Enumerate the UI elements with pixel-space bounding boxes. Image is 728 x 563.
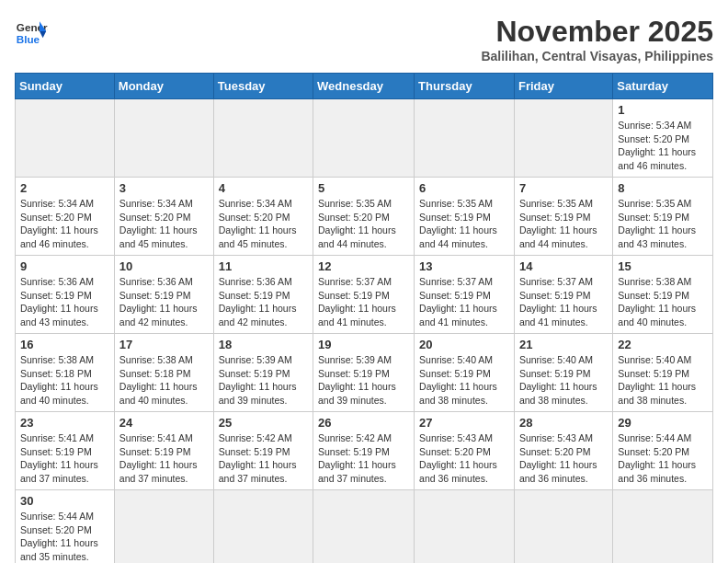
svg-text:Blue: Blue bbox=[17, 33, 40, 45]
table-row: 15Sunrise: 5:38 AM Sunset: 5:19 PM Dayli… bbox=[613, 256, 713, 334]
day-number: 27 bbox=[419, 416, 509, 430]
day-number: 12 bbox=[318, 259, 409, 273]
table-row: 16Sunrise: 5:38 AM Sunset: 5:18 PM Dayli… bbox=[16, 334, 115, 412]
svg-marker-3 bbox=[40, 31, 46, 38]
title-area: November 2025 Balilihan, Central Visayas… bbox=[481, 15, 713, 63]
table-row: 20Sunrise: 5:40 AM Sunset: 5:19 PM Dayli… bbox=[415, 334, 515, 412]
table-row: 3Sunrise: 5:34 AM Sunset: 5:20 PM Daylig… bbox=[114, 178, 213, 256]
day-number: 28 bbox=[519, 416, 608, 430]
day-info: Sunrise: 5:37 AM Sunset: 5:19 PM Dayligh… bbox=[419, 275, 509, 329]
calendar-week-row: 16Sunrise: 5:38 AM Sunset: 5:18 PM Dayli… bbox=[16, 334, 713, 412]
day-info: Sunrise: 5:38 AM Sunset: 5:19 PM Dayligh… bbox=[618, 275, 708, 329]
day-info: Sunrise: 5:41 AM Sunset: 5:19 PM Dayligh… bbox=[119, 431, 209, 486]
table-row: 29Sunrise: 5:44 AM Sunset: 5:20 PM Dayli… bbox=[613, 412, 713, 490]
table-row: 6Sunrise: 5:35 AM Sunset: 5:19 PM Daylig… bbox=[415, 178, 515, 256]
day-number: 17 bbox=[119, 338, 209, 351]
day-number: 26 bbox=[318, 416, 409, 430]
day-info: Sunrise: 5:42 AM Sunset: 5:19 PM Dayligh… bbox=[219, 431, 308, 486]
day-number: 5 bbox=[318, 181, 409, 195]
table-row: 27Sunrise: 5:43 AM Sunset: 5:20 PM Dayli… bbox=[415, 412, 515, 490]
day-info: Sunrise: 5:43 AM Sunset: 5:20 PM Dayligh… bbox=[519, 431, 608, 486]
day-info: Sunrise: 5:44 AM Sunset: 5:20 PM Dayligh… bbox=[618, 431, 708, 486]
table-row: 13Sunrise: 5:37 AM Sunset: 5:19 PM Dayli… bbox=[415, 256, 515, 334]
calendar-week-row: 9Sunrise: 5:36 AM Sunset: 5:19 PM Daylig… bbox=[16, 256, 713, 334]
day-info: Sunrise: 5:38 AM Sunset: 5:18 PM Dayligh… bbox=[20, 353, 109, 408]
day-info: Sunrise: 5:34 AM Sunset: 5:20 PM Dayligh… bbox=[618, 119, 708, 173]
day-info: Sunrise: 5:40 AM Sunset: 5:19 PM Dayligh… bbox=[618, 353, 708, 408]
day-number: 3 bbox=[119, 181, 209, 195]
day-number: 2 bbox=[20, 181, 109, 195]
day-number: 11 bbox=[219, 259, 308, 273]
day-info: Sunrise: 5:37 AM Sunset: 5:19 PM Dayligh… bbox=[519, 275, 608, 329]
header-wednesday: Wednesday bbox=[313, 74, 415, 99]
day-number: 6 bbox=[419, 181, 509, 195]
table-row bbox=[514, 490, 612, 564]
table-row: 24Sunrise: 5:41 AM Sunset: 5:19 PM Dayli… bbox=[114, 412, 213, 490]
table-row: 17Sunrise: 5:38 AM Sunset: 5:18 PM Dayli… bbox=[114, 334, 213, 412]
day-number: 10 bbox=[119, 259, 209, 273]
calendar-week-row: 30Sunrise: 5:44 AM Sunset: 5:20 PM Dayli… bbox=[16, 490, 713, 564]
generalblue-logo-icon: General Blue bbox=[15, 15, 48, 48]
day-info: Sunrise: 5:41 AM Sunset: 5:19 PM Dayligh… bbox=[20, 431, 109, 486]
table-row: 4Sunrise: 5:34 AM Sunset: 5:20 PM Daylig… bbox=[213, 178, 313, 256]
table-row bbox=[514, 99, 612, 178]
table-row: 25Sunrise: 5:42 AM Sunset: 5:19 PM Dayli… bbox=[213, 412, 313, 490]
day-number: 25 bbox=[219, 416, 308, 430]
day-number: 18 bbox=[219, 338, 308, 351]
month-title: November 2025 bbox=[481, 15, 713, 49]
table-row bbox=[213, 490, 313, 564]
day-number: 8 bbox=[618, 181, 708, 195]
header-friday: Friday bbox=[514, 74, 612, 99]
day-info: Sunrise: 5:38 AM Sunset: 5:18 PM Dayligh… bbox=[119, 353, 209, 408]
day-info: Sunrise: 5:39 AM Sunset: 5:19 PM Dayligh… bbox=[318, 353, 409, 408]
table-row bbox=[613, 490, 713, 564]
table-row: 5Sunrise: 5:35 AM Sunset: 5:20 PM Daylig… bbox=[313, 178, 415, 256]
table-row: 19Sunrise: 5:39 AM Sunset: 5:19 PM Dayli… bbox=[313, 334, 415, 412]
table-row: 28Sunrise: 5:43 AM Sunset: 5:20 PM Dayli… bbox=[514, 412, 612, 490]
table-row: 26Sunrise: 5:42 AM Sunset: 5:19 PM Dayli… bbox=[313, 412, 415, 490]
table-row: 10Sunrise: 5:36 AM Sunset: 5:19 PM Dayli… bbox=[114, 256, 213, 334]
day-number: 21 bbox=[519, 338, 608, 351]
table-row: 12Sunrise: 5:37 AM Sunset: 5:19 PM Dayli… bbox=[313, 256, 415, 334]
table-row bbox=[415, 490, 515, 564]
table-row bbox=[313, 99, 415, 178]
day-number: 24 bbox=[119, 416, 209, 430]
day-info: Sunrise: 5:34 AM Sunset: 5:20 PM Dayligh… bbox=[119, 197, 209, 251]
day-number: 23 bbox=[20, 416, 109, 430]
day-number: 7 bbox=[519, 181, 608, 195]
table-row: 23Sunrise: 5:41 AM Sunset: 5:19 PM Dayli… bbox=[16, 412, 115, 490]
calendar-week-row: 23Sunrise: 5:41 AM Sunset: 5:19 PM Dayli… bbox=[16, 412, 713, 490]
table-row: 2Sunrise: 5:34 AM Sunset: 5:20 PM Daylig… bbox=[16, 178, 115, 256]
calendar-week-row: 1Sunrise: 5:34 AM Sunset: 5:20 PM Daylig… bbox=[16, 99, 713, 178]
day-info: Sunrise: 5:35 AM Sunset: 5:19 PM Dayligh… bbox=[618, 197, 708, 251]
location-title: Balilihan, Central Visayas, Philippines bbox=[481, 49, 713, 63]
logo: General Blue bbox=[15, 15, 48, 48]
table-row: 1Sunrise: 5:34 AM Sunset: 5:20 PM Daylig… bbox=[613, 99, 713, 178]
day-info: Sunrise: 5:36 AM Sunset: 5:19 PM Dayligh… bbox=[119, 275, 209, 329]
day-number: 4 bbox=[219, 181, 308, 195]
day-number: 13 bbox=[419, 259, 509, 273]
day-info: Sunrise: 5:42 AM Sunset: 5:19 PM Dayligh… bbox=[318, 431, 409, 486]
day-info: Sunrise: 5:43 AM Sunset: 5:20 PM Dayligh… bbox=[419, 431, 509, 486]
header-tuesday: Tuesday bbox=[213, 74, 313, 99]
table-row: 7Sunrise: 5:35 AM Sunset: 5:19 PM Daylig… bbox=[514, 178, 612, 256]
table-row bbox=[16, 99, 115, 178]
calendar-table: Sunday Monday Tuesday Wednesday Thursday… bbox=[15, 73, 713, 563]
day-info: Sunrise: 5:35 AM Sunset: 5:20 PM Dayligh… bbox=[318, 197, 409, 251]
table-row: 9Sunrise: 5:36 AM Sunset: 5:19 PM Daylig… bbox=[16, 256, 115, 334]
table-row: 21Sunrise: 5:40 AM Sunset: 5:19 PM Dayli… bbox=[514, 334, 612, 412]
day-info: Sunrise: 5:39 AM Sunset: 5:19 PM Dayligh… bbox=[219, 353, 308, 408]
header-thursday: Thursday bbox=[415, 74, 515, 99]
day-number: 29 bbox=[618, 416, 708, 430]
day-number: 19 bbox=[318, 338, 409, 351]
day-number: 14 bbox=[519, 259, 608, 273]
day-number: 9 bbox=[20, 259, 109, 273]
header-saturday: Saturday bbox=[613, 74, 713, 99]
table-row bbox=[114, 490, 213, 564]
table-row bbox=[415, 99, 515, 178]
day-info: Sunrise: 5:44 AM Sunset: 5:20 PM Dayligh… bbox=[20, 510, 109, 563]
header-monday: Monday bbox=[114, 74, 213, 99]
table-row bbox=[313, 490, 415, 564]
table-row: 30Sunrise: 5:44 AM Sunset: 5:20 PM Dayli… bbox=[16, 490, 115, 564]
weekday-header-row: Sunday Monday Tuesday Wednesday Thursday… bbox=[16, 74, 713, 99]
